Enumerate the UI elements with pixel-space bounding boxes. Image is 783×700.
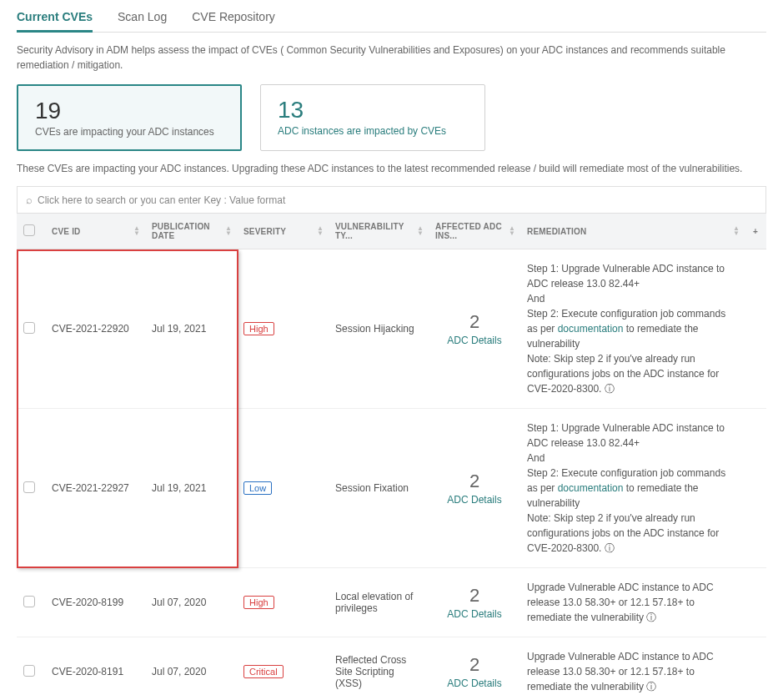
advisory-description: Security Advisory in ADM helps assess th…: [17, 43, 766, 73]
affected-count: 2: [435, 585, 514, 607]
remediation-text: Step 1: Upgrade Vulnerable ADC instance …: [527, 261, 738, 396]
cell-cve-id: CVE-2021-22927: [45, 409, 145, 568]
col-vulnerability-type[interactable]: VULNERABILITY TY...▲▼: [329, 214, 429, 249]
adc-details-link[interactable]: ADC Details: [435, 677, 514, 689]
card-instances-impacted[interactable]: 13 ADC instances are impacted by CVEs: [260, 84, 485, 151]
col-severity[interactable]: SEVERITY▲▼: [237, 214, 329, 249]
affected-count: 2: [435, 471, 514, 492]
table-description: These CVEs are impacting your ADC instan…: [17, 163, 766, 174]
table-row: CVE-2021-22920Jul 19, 2021HighSession Hi…: [17, 249, 766, 409]
remediation-text: Upgrade Vulnerable ADC instance to ADC r…: [527, 649, 738, 694]
tab-scan-log[interactable]: Scan Log: [118, 5, 167, 32]
add-column-button[interactable]: +: [745, 214, 766, 249]
affected-count: 2: [435, 654, 514, 676]
instance-count-label: ADC instances are impacted by CVEs: [278, 125, 468, 137]
cell-publication-date: Jul 19, 2021: [145, 409, 237, 568]
adc-details-link[interactable]: ADC Details: [435, 494, 514, 506]
table-row: CVE-2020-8199Jul 07, 2020HighLocal eleva…: [17, 568, 766, 637]
remediation-text: Upgrade Vulnerable ADC instance to ADC r…: [527, 580, 738, 625]
cell-vulnerability-type: Local elevation of privileges: [329, 568, 429, 637]
cell-publication-date: Jul 19, 2021: [145, 249, 237, 409]
table-row: CVE-2021-22927Jul 19, 2021LowSession Fix…: [17, 409, 766, 568]
search-icon: ⌕: [26, 194, 33, 206]
severity-badge: Low: [243, 481, 272, 495]
documentation-link[interactable]: documentation: [558, 482, 624, 494]
cell-vulnerability-type: Session Fixation: [329, 409, 429, 568]
cve-table: CVE ID▲▼ PUBLICATION DATE▲▼ SEVERITY▲▼ V…: [17, 214, 766, 700]
row-checkbox[interactable]: [23, 596, 35, 607]
cve-count: 19: [35, 98, 223, 124]
adc-details-link[interactable]: ADC Details: [435, 608, 514, 620]
severity-badge: High: [243, 596, 274, 609]
tab-cve-repository[interactable]: CVE Repository: [192, 5, 275, 32]
severity-badge: High: [243, 322, 274, 335]
tab-current-cves[interactable]: Current CVEs: [17, 5, 93, 32]
documentation-link[interactable]: documentation: [558, 323, 624, 335]
cell-cve-id: CVE-2020-8199: [45, 568, 145, 637]
row-checkbox[interactable]: [23, 322, 35, 334]
col-cve-id[interactable]: CVE ID▲▼: [45, 214, 145, 249]
row-checkbox[interactable]: [23, 481, 35, 493]
row-checkbox[interactable]: [23, 665, 35, 677]
cell-cve-id: CVE-2020-8191: [45, 637, 145, 701]
summary-cards: 19 CVEs are impacting your ADC instances…: [17, 84, 766, 151]
col-remediation[interactable]: REMEDIATION▲▼: [520, 214, 745, 249]
cell-publication-date: Jul 07, 2020: [145, 568, 237, 637]
cell-vulnerability-type: Reflected Cross Site Scripting (XSS): [329, 637, 429, 701]
affected-count: 2: [435, 311, 514, 333]
card-cves-impacting[interactable]: 19 CVEs are impacting your ADC instances: [17, 84, 242, 151]
cell-vulnerability-type: Session Hijacking: [329, 249, 429, 409]
cell-cve-id: CVE-2021-22920: [45, 249, 145, 409]
severity-badge: Critical: [243, 665, 284, 678]
remediation-text: Step 1: Upgrade Vulnerable ADC instance …: [527, 421, 738, 556]
instance-count: 13: [278, 97, 468, 123]
col-affected-instances[interactable]: AFFECTED ADC INS...▲▼: [429, 214, 520, 249]
cve-count-label: CVEs are impacting your ADC instances: [35, 126, 223, 138]
table-row: CVE-2020-8191Jul 07, 2020CriticalReflect…: [17, 637, 766, 701]
adc-details-link[interactable]: ADC Details: [435, 335, 514, 346]
tab-bar: Current CVEs Scan Log CVE Repository: [17, 5, 766, 33]
col-publication-date[interactable]: PUBLICATION DATE▲▼: [145, 214, 237, 249]
search-placeholder: Click here to search or you can enter Ke…: [38, 194, 285, 206]
cell-publication-date: Jul 07, 2020: [145, 637, 237, 701]
search-input[interactable]: ⌕ Click here to search or you can enter …: [17, 186, 766, 214]
col-checkbox[interactable]: [17, 214, 45, 249]
